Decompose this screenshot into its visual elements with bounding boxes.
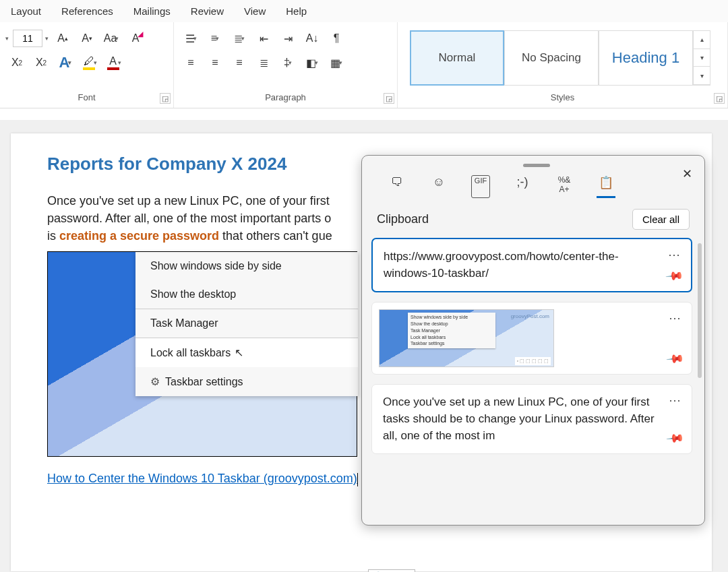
context-menu: Show windows side by side Show the deskt… (135, 252, 358, 396)
style-no-spacing[interactable]: No Spacing (504, 30, 599, 86)
ctx-taskbar-settings[interactable]: Taskbar settings (135, 367, 358, 396)
clear-all-button[interactable]: Clear all (632, 209, 690, 230)
font-color-icon[interactable]: A▾ (104, 53, 124, 73)
clear-format-icon[interactable]: A◢ (125, 28, 146, 49)
tab-emoji-icon[interactable]: ☺ (429, 175, 448, 198)
doc-hyperlink[interactable]: How to Center the Windows 10 Taskbar (gr… (47, 472, 357, 486)
ctx-show-desktop[interactable]: Show the desktop (135, 280, 358, 309)
pin-icon[interactable]: 📌 (665, 348, 686, 370)
ribbon-group-font: ▾ 11 ▾ A▴ A▾ Aa▾ A◢ X2 X2 A▾ 🖊▾ A▾ Font … (0, 22, 174, 108)
clip-thumb-menu: Show windows side by side Show the deskt… (408, 313, 495, 348)
font-name-dropdown-icon[interactable]: ▾ (5, 35, 9, 42)
paste-options-button[interactable]: 📋 (Ctrl) ▾ (368, 569, 415, 572)
clip-item[interactable]: Show windows side by side Show the deskt… (371, 302, 692, 375)
ctx-lock-taskbars[interactable]: Lock all taskbars↖ (135, 338, 358, 367)
clip-text: Once you've set up a new Linux PC, one o… (383, 395, 655, 441)
more-icon[interactable]: ⋯ (669, 391, 682, 409)
ribbon-group-styles: Normal No Spacing Heading 1 ▴▾▾ Styles ◲ (398, 22, 728, 108)
text-cursor (357, 473, 358, 486)
doc-bold-phrase: creating a secure password (59, 229, 219, 243)
clip-text: https://www.groovypost.com/howto/center-… (384, 250, 619, 280)
ribbon: ▾ 11 ▾ A▴ A▾ Aa▾ A◢ X2 X2 A▾ 🖊▾ A▾ Font … (0, 22, 728, 108)
tab-clipboard-icon[interactable]: 📋 (597, 175, 615, 198)
subscript-icon[interactable]: X2 (7, 53, 27, 73)
ribbon-group-paragraph: ☰▾ ≡▾ ≣▾ ⇤ ⇥ A↓ ¶ ≡ ≡ ≡ ≣ ‡▾ ◧▾ ▦▾ Parag… (174, 22, 398, 108)
menu-review[interactable]: Review (191, 5, 224, 17)
menu-references[interactable]: References (61, 5, 113, 17)
align-left-icon[interactable]: ≡ (181, 53, 201, 73)
cursor-icon: ↖ (235, 347, 243, 358)
pin-icon[interactable]: 📌 (664, 265, 686, 287)
line-spacing-icon[interactable]: ‡▾ (278, 53, 298, 73)
multilevel-icon[interactable]: ≣▾ (229, 28, 249, 49)
text-effects-icon[interactable]: A▾ (55, 53, 75, 73)
ctx-show-side[interactable]: Show windows side by side (135, 252, 358, 280)
tab-recent-icon[interactable]: 🗨 (388, 175, 406, 198)
menu-mailings[interactable]: Mailings (133, 5, 171, 17)
borders-icon[interactable]: ▦▾ (326, 53, 346, 73)
clipboard-list[interactable]: https://www.groovypost.com/howto/center-… (371, 238, 702, 521)
menu-bar: Layout References Mailings Review View H… (0, 0, 728, 22)
font-size-dropdown-icon[interactable]: ▾ (45, 35, 49, 42)
tab-symbols-icon[interactable]: %&A+ (555, 175, 574, 198)
clip-image-thumb: Show windows side by side Show the deskt… (379, 309, 554, 367)
clip-thumb-tray: ◦ ⬚ ⬚ ⬚ ⬚ ⬚ (515, 357, 551, 365)
styles-launcher-icon[interactable]: ◲ (714, 93, 725, 104)
shading-icon[interactable]: ◧▾ (302, 53, 322, 73)
show-marks-icon[interactable]: ¶ (326, 28, 346, 49)
highlight-icon[interactable]: 🖊▾ (80, 53, 100, 73)
menu-view[interactable]: View (244, 5, 266, 17)
tab-gif-icon[interactable]: GIF (471, 175, 490, 198)
ctx-task-manager[interactable]: Task Manager (135, 309, 358, 338)
shrink-font-icon[interactable]: A▾ (77, 28, 97, 49)
pin-icon[interactable]: 📌 (665, 428, 686, 449)
menu-help[interactable]: Help (286, 5, 307, 17)
clipboard-tabs: 🗨 ☺ GIF ;-) %&A+ 📋 (371, 172, 702, 205)
bullets-icon[interactable]: ☰▾ (181, 28, 201, 49)
align-center-icon[interactable]: ≡ (205, 53, 225, 73)
justify-icon[interactable]: ≣ (253, 53, 274, 73)
align-right-icon[interactable]: ≡ (229, 53, 249, 73)
group-label-paragraph: Paragraph (181, 90, 390, 105)
menu-layout[interactable]: Layout (11, 5, 41, 17)
embedded-screenshot: Show windows side by side Show the deskt… (47, 251, 357, 457)
tab-kaomoji-icon[interactable]: ;-) (513, 175, 532, 198)
increase-indent-icon[interactable]: ⇥ (278, 28, 298, 49)
superscript-icon[interactable]: X2 (31, 53, 51, 73)
scrollbar[interactable] (698, 243, 702, 378)
clipboard-title: Clipboard (377, 212, 429, 226)
drag-handle[interactable] (523, 164, 550, 167)
style-normal[interactable]: Normal (410, 30, 504, 86)
font-size-input[interactable]: 11 (13, 30, 42, 47)
grow-font-icon[interactable]: A▴ (53, 28, 73, 49)
clip-thumb-watermark: groovyPost.com (511, 313, 549, 321)
change-case-icon[interactable]: Aa▾ (101, 28, 121, 49)
group-label-font: Font (7, 90, 166, 105)
clip-item[interactable]: Once you've set up a new Linux PC, one o… (371, 384, 692, 454)
close-icon[interactable]: ✕ (682, 166, 692, 181)
decrease-indent-icon[interactable]: ⇤ (253, 28, 274, 49)
clipboard-panel: ✕ 🗨 ☺ GIF ;-) %&A+ 📋 Clipboard Clear all… (361, 155, 705, 526)
sort-icon[interactable]: A↓ (302, 28, 322, 49)
font-launcher-icon[interactable]: ◲ (160, 93, 171, 104)
more-icon[interactable]: ⋯ (668, 246, 681, 263)
group-label-styles: Styles (404, 90, 721, 105)
more-icon[interactable]: ⋯ (669, 309, 682, 327)
numbering-icon[interactable]: ≡▾ (205, 28, 225, 49)
paragraph-launcher-icon[interactable]: ◲ (384, 93, 394, 104)
style-heading-1[interactable]: Heading 1 (599, 30, 693, 86)
styles-more[interactable]: ▴▾▾ (693, 30, 710, 86)
clip-item[interactable]: https://www.groovypost.com/howto/center-… (371, 238, 692, 292)
